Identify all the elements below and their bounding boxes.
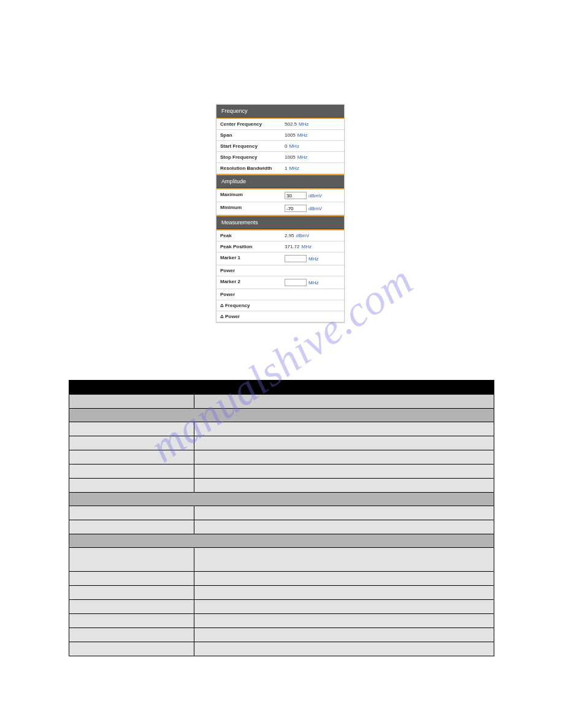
row-value: 2.95dBmV [281,230,344,241]
table-cell [69,614,194,628]
table-row [69,450,494,464]
panel-row: MinimumdBmV [216,202,344,215]
row-label: Resolution Bandwidth [216,163,281,173]
table-section-row [69,492,494,506]
table-cell [194,395,494,408]
table-row [69,520,494,534]
table-section-row [69,534,494,547]
row-label: Start Frequency [216,141,281,151]
row-value: 1MHz [281,163,344,173]
table-section-row [69,408,494,422]
table-row [69,642,494,656]
row-value: MHz [281,252,344,265]
table-cell [69,422,194,436]
table-cell [69,548,194,571]
row-value [281,265,344,276]
table-cell [69,520,194,534]
table-cell [69,506,194,520]
row-label: Peak Position [216,241,281,252]
panel-row: Marker 1MHz [216,252,344,265]
row-value: 371.72MHz [281,241,344,252]
value-number: 371.72 [285,244,299,249]
value-unit: MHz [289,165,299,171]
table-row [69,506,494,520]
value-number: 1 [285,165,287,171]
panel-row: MaximumdBmV [216,189,344,202]
table-row [69,464,494,478]
table-cell [194,464,494,478]
row-value: dBmV [281,202,344,214]
value-number: 1005 [285,132,296,138]
parameters-table [69,380,494,656]
value-unit: MHz [308,280,318,286]
table-cell [69,642,194,656]
value-input[interactable] [285,255,307,262]
value-number: 1005 [285,154,296,160]
table-cell [194,586,494,599]
table-cell [194,506,494,520]
table-row [69,478,494,492]
table-row [69,613,494,628]
panel-row: Start Frequency0MHz [216,141,344,152]
row-label: Marker 2 [216,276,281,289]
row-value: 502.5MHz [281,119,344,129]
table-cell [194,628,494,642]
value-unit: MHz [297,154,307,160]
row-label: Power [216,289,281,300]
row-label: Maximum [216,189,281,202]
table-subheader-row [69,394,494,408]
table-cell [194,548,494,571]
table-cell [194,642,494,656]
table-cell [69,450,194,464]
panel-row: Δ Frequency [216,300,344,311]
table-cell [69,436,194,450]
row-value [281,289,344,300]
value-input[interactable] [285,205,307,212]
table-row [69,599,494,613]
value-number: 2.95 [285,233,294,238]
panel-row: Center Frequency502.5MHz [216,119,344,130]
row-value: MHz [281,276,344,289]
table-cell [194,520,494,534]
value-input[interactable] [285,279,307,286]
panel-row: Resolution Bandwidth1MHz [216,163,344,174]
table-cell [69,395,194,408]
table-row [69,585,494,599]
value-unit: MHz [289,143,299,149]
table-cell [194,479,494,492]
row-label: Δ Frequency [216,300,281,311]
row-value [281,300,344,311]
table-cell [69,586,194,599]
row-value: dBmV [281,189,344,202]
value-unit: MHz [308,256,318,262]
panel-row: Stop Frequency1005MHz [216,152,344,163]
row-label: Stop Frequency [216,152,281,162]
table-cell [194,450,494,464]
value-unit: dBmV [296,233,310,238]
panel-row: Peak2.95dBmV [216,230,344,241]
table-cell [69,600,194,613]
panel-row: Span1005MHz [216,130,344,141]
row-label: Δ Power [216,311,281,322]
row-label: Peak [216,230,281,241]
table-cell [194,436,494,450]
panel-row: Δ Power [216,311,344,322]
panel-header: Frequency [216,105,344,118]
row-label: Span [216,130,281,140]
table-cell [69,628,194,642]
panel-row: Power [216,265,344,276]
table-row [69,422,494,436]
table-row [69,628,494,642]
value-unit: dBmV [308,193,322,199]
table-row [69,547,494,571]
row-value: 1005MHz [281,130,344,140]
row-value: 1005MHz [281,152,344,162]
value-unit: dBmV [308,206,322,211]
row-value [281,311,344,322]
table-cell [194,600,494,613]
table-row [69,571,494,585]
value-input[interactable] [285,192,307,199]
row-label: Power [216,265,281,276]
value-unit: MHz [297,132,307,138]
table-cell [69,479,194,492]
